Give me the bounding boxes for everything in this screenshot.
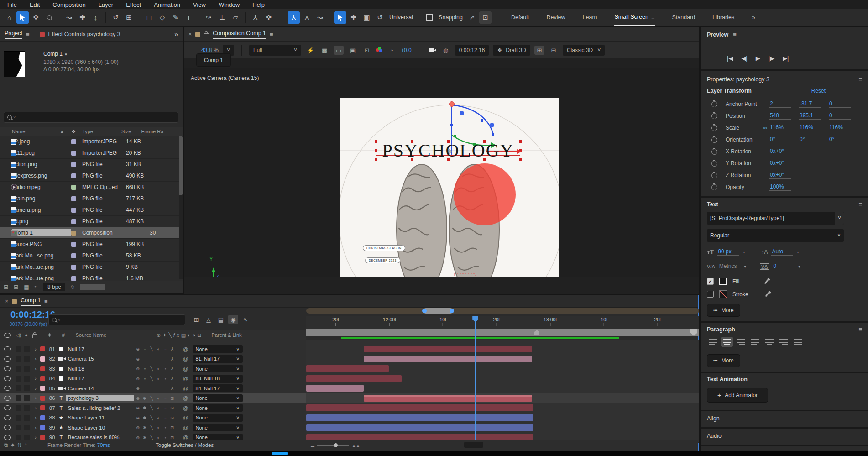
timeline-ruler[interactable]: 20f12:00f10f20f13:00f10f20f (306, 316, 699, 330)
layer-visibility-icon[interactable] (4, 415, 11, 420)
layer-name[interactable]: Null 18 (66, 366, 134, 372)
layer-visibility-icon[interactable] (4, 356, 11, 362)
layer-switches[interactable]: ⊕✱╲◐▫⊡ (135, 415, 176, 420)
transform-value[interactable]: 2 (769, 100, 791, 108)
layer-label-chip[interactable] (40, 386, 45, 391)
graph-editor-icon[interactable]: ∿ (241, 315, 251, 324)
layer-solo-cell[interactable] (24, 385, 30, 391)
preview-panel-menu-icon[interactable]: ≡ (733, 31, 737, 38)
stamp-tool[interactable]: ⊥ (216, 11, 228, 24)
project-item-label-chip[interactable] (71, 162, 76, 167)
fill-color-swatch[interactable] (719, 278, 727, 285)
parent-pickwhip-icon[interactable]: @ (183, 425, 188, 430)
video-column-icon[interactable] (4, 333, 11, 338)
layer-switches[interactable]: ⊕⅄ (135, 356, 176, 362)
parent-pickwhip-icon[interactable]: @ (183, 395, 188, 401)
layer-expander-icon[interactable]: › (35, 366, 37, 372)
pen-tool[interactable]: ✎ (169, 11, 182, 24)
solo-column-icon[interactable]: ● (25, 332, 28, 338)
parent-link-select[interactable]: None˅ (193, 365, 243, 372)
layer-expander-icon[interactable]: › (35, 415, 37, 420)
stopwatch-icon[interactable] (711, 149, 717, 155)
layer-label-chip[interactable] (40, 435, 45, 440)
parent-pickwhip-icon[interactable]: @ (183, 415, 188, 420)
layer-expander-icon[interactable]: › (35, 386, 37, 391)
layer-label-chip[interactable] (40, 405, 45, 410)
layer-solo-cell[interactable] (24, 395, 30, 401)
transform-move[interactable]: ✚ (347, 11, 360, 24)
project-item-row[interactable]: action.pngPNG file31 KB (0, 159, 179, 170)
layer-expander-icon[interactable]: › (35, 425, 37, 430)
interpret-footage-icon[interactable]: ⊟ (4, 284, 8, 290)
parent-link-select[interactable]: 83. Null 18˅ (193, 375, 243, 383)
layer-visibility-icon[interactable] (4, 366, 11, 371)
transform-value[interactable]: 0x+0° (769, 160, 791, 167)
transform-value[interactable]: -31.7 (799, 100, 821, 108)
link-icon[interactable]: ∞ (763, 125, 767, 131)
tab-timeline-comp[interactable]: Comp 1 (21, 297, 41, 306)
align-center-button[interactable] (721, 337, 733, 347)
layer-duration-bar[interactable] (306, 404, 533, 411)
layer-audio-cell[interactable] (16, 376, 21, 382)
current-time-display[interactable]: 0:00:12:16 (455, 45, 489, 56)
workspace-tab-learn[interactable]: Learn (582, 10, 598, 25)
layer-switches[interactable]: ⊕✱╲◐▫⊡ (135, 435, 176, 440)
menu-window[interactable]: Window (219, 1, 240, 8)
layer-solo-cell[interactable] (24, 366, 30, 372)
pixel-aspect-icon[interactable]: ⊟ (549, 46, 559, 55)
timeline-zoom-slider[interactable]: ▬▲▲ (311, 443, 360, 448)
layer-label-chip[interactable] (40, 425, 45, 430)
tab-composition[interactable]: Composition Comp 1 (213, 30, 266, 39)
layer-audio-cell[interactable] (16, 435, 21, 440)
channel-rgb-icon[interactable] (376, 47, 382, 53)
source-name-column-label[interactable]: Source Name (76, 332, 106, 338)
layer-solo-cell[interactable] (24, 356, 30, 362)
layer-audio-cell[interactable] (16, 385, 21, 391)
transform-value[interactable]: 0 (829, 112, 851, 120)
layer-label-chip[interactable] (40, 366, 45, 371)
transform-value[interactable]: 0° (829, 136, 851, 143)
layer-name[interactable]: Camera 15 (66, 356, 134, 362)
stopwatch-icon[interactable] (711, 113, 717, 119)
snapping-checkbox[interactable] (423, 11, 435, 24)
transform-value[interactable]: 116% (769, 124, 791, 131)
transparency-grid-icon[interactable]: ▩ (319, 46, 329, 55)
project-item-label-chip[interactable] (71, 231, 76, 236)
project-item-label-chip[interactable] (71, 196, 76, 201)
layer-visibility-icon[interactable] (4, 435, 11, 440)
menu-layer[interactable]: Layer (99, 1, 114, 8)
navigator-zoom-window[interactable] (423, 308, 453, 314)
new-composition-icon[interactable]: ▦ (24, 284, 29, 290)
layer-switches[interactable]: ⊕✱╲◐▫⊡ (135, 425, 176, 430)
layer-solo-cell[interactable] (24, 405, 30, 411)
layer-switches[interactable]: ⊕✱╲◐▫⊡ (135, 396, 176, 401)
transform-value[interactable]: 0 (829, 100, 851, 108)
layer-visibility-icon[interactable] (4, 425, 11, 430)
layer-audio-cell[interactable] (16, 395, 21, 401)
label-column-icon[interactable]: ❖ (47, 332, 52, 338)
layer-switches[interactable]: ⊕⅄ (135, 386, 176, 391)
parent-link-select[interactable]: None˅ (193, 345, 243, 353)
transform-reset-button[interactable]: Reset (811, 88, 826, 94)
section-header-audio[interactable]: Audio (707, 433, 722, 439)
label-column-icon[interactable]: ❖ (71, 129, 76, 135)
show-snapshot-icon[interactable]: ◍ (441, 46, 451, 55)
text-more-button[interactable]: ••• More (707, 304, 740, 317)
layer-visibility-icon[interactable] (4, 386, 11, 391)
layer-row-85[interactable]: ›85Camera 14⊕⅄@84. Null 17˅ (0, 383, 306, 394)
snap-line[interactable]: ↗ (466, 11, 478, 24)
layer-track-row-87[interactable] (306, 403, 699, 414)
shape-tool[interactable]: □ (143, 11, 155, 24)
view-layout-icon[interactable]: ⊞ (534, 46, 544, 55)
project-panel-menu-icon[interactable]: ≡ (26, 31, 30, 38)
parent-link-select[interactable]: None˅ (193, 404, 243, 412)
transform-value[interactable]: 540 (769, 112, 791, 120)
workspace-tab-libraries[interactable]: Libraries (711, 10, 735, 25)
menu-help[interactable]: Help (252, 1, 265, 8)
kerning-dropdown-icon[interactable]: ▾ (744, 265, 746, 269)
motion-blur-icon[interactable]: ◉ (228, 315, 238, 324)
layer-solo-cell[interactable] (24, 425, 30, 430)
parent-pickwhip-icon[interactable]: @ (183, 386, 188, 391)
align-justify-last-center-button[interactable] (763, 337, 775, 347)
resolution-select[interactable]: Full˅ (249, 45, 301, 56)
